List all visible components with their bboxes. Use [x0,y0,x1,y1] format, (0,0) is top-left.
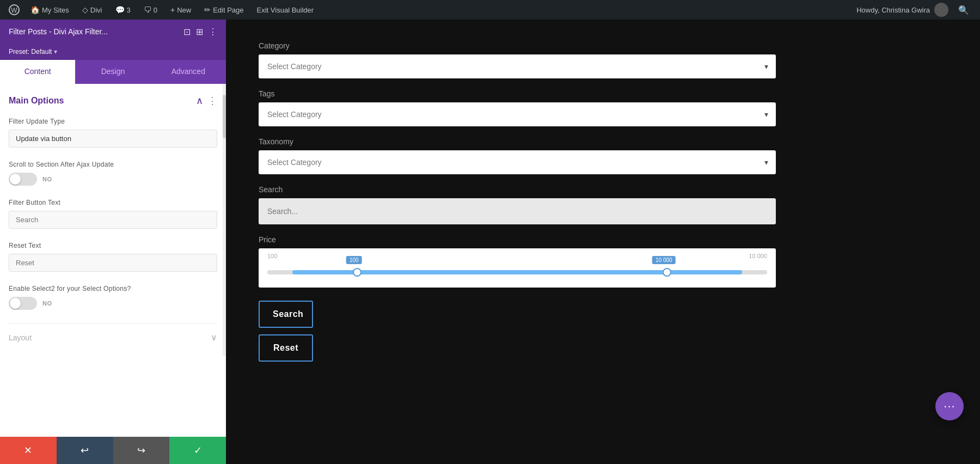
preset-selector[interactable]: Preset: Default ▾ [9,48,57,56]
undo-button[interactable]: ↩ [57,437,113,464]
filter-update-type-select[interactable]: Update via button Update on change [9,130,217,148]
undo-icon: ↩ [81,444,89,456]
panel-title: Filter Posts - Divi Ajax Filter... [9,27,108,36]
admin-bar-new[interactable]: + New [165,0,197,20]
search-input-wrap [259,198,776,224]
enable-select2-toggle[interactable] [9,297,37,310]
taxonomy-select[interactable]: Select Category [259,150,776,174]
preset-bar: Preset: Default ▾ [0,44,226,60]
tab-bar: Content Design Advanced [0,60,226,84]
price-slider-container: 100 10 000 100 10 000 [259,248,776,288]
filter-buttons: Search Reset [259,301,776,362]
user-greeting: Howdy, Christina Gwira [856,6,930,14]
save-button[interactable]: ✓ [169,437,226,464]
comment-zero-icon: 🗨 [144,5,151,14]
title-icons: ⊡ ⊞ ⋮ [183,27,217,37]
taxonomy-select-wrap: Select Category ▾ [259,150,776,174]
toggle-knob [10,174,21,185]
filter-update-type-label: Filter Update Type [9,118,217,125]
main-options-header: Main Options ∧ ⋮ [9,95,217,107]
category-select-wrap: Select Category ▾ [259,54,776,78]
bottom-action-bar: ✕ ↩ ↪ ✓ [0,437,226,464]
filter-update-type-group: Filter Update Type Update via button Upd… [9,118,217,148]
layout-title: Layout [9,333,32,342]
reset-text-group: Reset Text [9,242,217,272]
admin-bar-right: Howdy, Christina Gwira 🔍 [856,3,975,17]
main-area: Filter Posts - Divi Ajax Filter... ⊡ ⊞ ⋮… [0,20,980,464]
comment-icon: 💬 [115,5,125,14]
save-icon: ✓ [194,444,202,456]
price-track: 100 10 000 [267,270,767,274]
price-label: Price [259,235,776,244]
tab-design[interactable]: Design [75,60,150,84]
divi-icon: ◇ [82,5,88,14]
price-group: Price 100 10 000 100 10 000 [259,235,776,288]
scroll-toggle-row: NO [9,173,217,186]
scroll-to-section-label: Scroll to Section After Ajax Update [9,161,217,168]
category-select[interactable]: Select Category [259,54,776,78]
tags-select[interactable]: Select Category [259,102,776,126]
scroll-to-section-toggle[interactable] [9,173,37,186]
dots-icon[interactable]: ⋮ [209,27,217,37]
svg-text:W: W [11,7,17,14]
scroll-to-section-group: Scroll to Section After Ajax Update NO [9,161,217,186]
price-handle-right[interactable]: 10 000 [663,268,671,277]
tags-select-wrap: Select Category ▾ [259,102,776,126]
search-icon[interactable]: 🔍 [953,5,975,15]
admin-bar-my-sites[interactable]: 🏠 My Sites [25,0,75,20]
enable-select2-group: Enable Select2 for your Select Options? … [9,285,217,310]
tags-group: Tags Select Category ▾ [259,89,776,126]
admin-bar-comments[interactable]: 💬 3 [110,0,136,20]
preview-area: Category Select Category ▾ Tags Select C… [226,20,980,464]
admin-bar-exit-builder[interactable]: Exit Visual Builder [252,0,320,20]
enable-select2-label: Enable Select2 for your Select Options? [9,285,217,292]
admin-bar-comment-zero[interactable]: 🗨 0 [138,0,163,20]
tab-advanced[interactable]: Advanced [151,60,226,84]
select2-toggle-label: NO [42,300,52,307]
main-options-title: Main Options [9,96,64,106]
filter-button-text-group: Filter Button Text [9,199,217,229]
admin-bar-edit-page[interactable]: ✏ Edit Page [199,0,249,20]
admin-bar-divi[interactable]: ◇ Divi [77,0,108,20]
search-input[interactable] [259,198,776,224]
price-badge-left: 100 [346,256,362,264]
layout-chevron-icon[interactable]: ∨ [211,332,217,343]
left-content: Main Options ∧ ⋮ Filter Update Type Upda… [0,84,226,437]
wp-logo-icon[interactable]: W [5,0,23,20]
select2-toggle-knob [10,298,21,309]
pencil-icon: ✏ [204,5,211,14]
filter-button-text-input[interactable] [9,211,217,229]
grid-icon[interactable]: ⊞ [196,27,203,37]
fab-button[interactable]: ··· [935,392,964,420]
avatar [934,3,948,17]
filter-widget: Category Select Category ▾ Tags Select C… [259,41,776,362]
search-button[interactable]: Search [259,301,313,328]
category-label: Category [259,41,776,50]
filter-button-text-label: Filter Button Text [9,199,217,206]
reset-text-input[interactable] [9,254,217,272]
section-menu-icon[interactable]: ⋮ [207,95,217,107]
search-group: Search [259,185,776,224]
tags-label: Tags [259,89,776,98]
redo-button[interactable]: ↪ [113,437,170,464]
admin-bar-left: W 🏠 My Sites ◇ Divi 💬 3 🗨 0 + New ✏ Edit… [5,0,319,20]
taxonomy-group: Taxonomy Select Category ▾ [259,137,776,174]
close-button[interactable]: ✕ [0,437,57,464]
select2-toggle-row: NO [9,297,217,310]
window-icon[interactable]: ⊡ [183,27,191,37]
left-panel: Filter Posts - Divi Ajax Filter... ⊡ ⊞ ⋮… [0,20,226,464]
taxonomy-label: Taxonomy [259,137,776,146]
close-icon: ✕ [24,444,32,456]
price-badge-right: 10 000 [652,256,676,264]
fab-dots-icon: ··· [944,399,955,413]
category-group: Category Select Category ▾ [259,41,776,78]
plus-icon: + [170,5,175,14]
admin-bar: W 🏠 My Sites ◇ Divi 💬 3 🗨 0 + New ✏ Edit… [0,0,980,20]
reset-button[interactable]: Reset [259,334,313,362]
layout-section: Layout ∨ [9,323,217,351]
reset-text-label: Reset Text [9,242,217,249]
scroll-toggle-label: NO [42,176,52,182]
price-handle-left[interactable]: 100 [353,268,362,277]
section-collapse-icon[interactable]: ∧ [196,95,203,107]
tab-content[interactable]: Content [0,60,75,84]
